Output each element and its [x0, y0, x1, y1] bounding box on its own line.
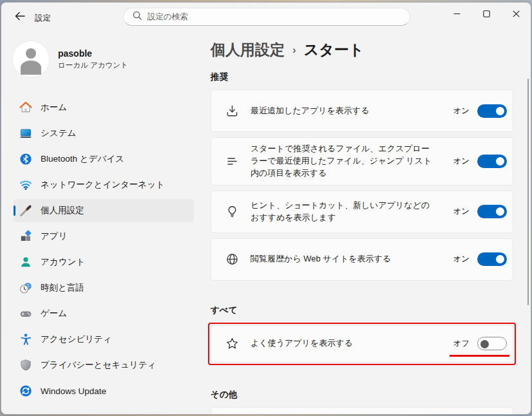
main-content: 個人用設定 › スタート 推奨 最近追加したアプリを表示する オン スタートで推…	[211, 39, 513, 415]
setting-label: 閲覧履歴から Web サイトを表示する	[251, 253, 441, 265]
bluetooth-icon	[19, 153, 32, 165]
gaming-icon	[19, 307, 32, 320]
system-icon	[19, 127, 32, 140]
setting-label: 最近追加したアプリを表示する	[251, 105, 441, 117]
app-title: 設定	[35, 13, 51, 24]
sidebar-item-label: Bluetooth とデバイス	[41, 153, 124, 165]
titlebar: 設定	[1, 3, 531, 32]
search-icon	[133, 11, 142, 23]
sidebar-item-label: 個人用設定	[41, 205, 84, 216]
toggle-switch[interactable]	[477, 155, 507, 168]
recently-added-icon	[225, 104, 239, 118]
sidebar-item-label: システム	[41, 128, 76, 139]
personalization-icon	[19, 204, 32, 217]
sidebar-item-accounts[interactable]: アカウント	[14, 251, 194, 274]
search-box[interactable]	[123, 8, 410, 26]
network-icon	[19, 178, 32, 191]
setting-row-tips: ヒント、ショートカット、新しいアプリなどのおすすめを表示します オン	[211, 191, 513, 233]
setting-label: ヒント、ショートカット、新しいアプリなどのおすすめを表示します	[251, 200, 441, 224]
section-title-other: その他	[211, 389, 513, 402]
sidebar: pasoble ローカル アカウント ホーム システム	[1, 32, 201, 414]
sidebar-item-personalization[interactable]: 個人用設定	[14, 199, 194, 222]
sidebar-item-system[interactable]: システム	[14, 122, 194, 145]
sidebar-nav: ホーム システム Bluetooth とデバイス ネットワークとインターネット	[14, 96, 194, 405]
user-account-type: ローカル アカウント	[58, 61, 128, 70]
minimize-button[interactable]	[442, 3, 471, 24]
toggle-switch[interactable]	[477, 252, 507, 266]
sidebar-item-time-language[interactable]: 時刻と言語	[14, 276, 194, 299]
close-button[interactable]	[501, 3, 531, 24]
sidebar-item-apps[interactable]: アプリ	[14, 225, 194, 248]
toggle-state-label: オン	[453, 156, 470, 167]
sidebar-item-label: ゲーム	[41, 308, 67, 319]
sidebar-item-label: アクセシビリティ	[41, 334, 112, 345]
toggle-state-label: オン	[453, 206, 470, 217]
user-name: pasoble	[58, 48, 128, 59]
toggle-switch[interactable]	[477, 337, 507, 350]
sidebar-item-label: アプリ	[41, 231, 67, 242]
star-icon	[225, 337, 239, 350]
time-language-icon	[19, 281, 32, 294]
section-title-all: すべて	[211, 305, 513, 317]
sidebar-item-label: プライバシーとセキュリティ	[41, 359, 156, 371]
tips-icon	[225, 205, 239, 218]
user-profile[interactable]: pasoble ローカル アカウント	[12, 41, 128, 78]
sidebar-item-accessibility[interactable]: アクセシビリティ	[14, 328, 194, 351]
account-icon	[19, 256, 32, 269]
accessibility-icon	[19, 333, 32, 346]
sidebar-item-label: アカウント	[41, 256, 85, 268]
sidebar-item-privacy[interactable]: プライバシーとセキュリティ	[14, 354, 194, 377]
search-input[interactable]	[147, 12, 403, 21]
window-controls	[442, 3, 531, 24]
apps-icon	[19, 230, 32, 243]
web-icon	[225, 252, 239, 266]
maximize-button[interactable]	[471, 3, 501, 24]
privacy-icon	[19, 359, 32, 372]
sidebar-item-network[interactable]: ネットワークとインターネット	[14, 173, 194, 196]
setting-row-most-used-apps: よく使うアプリを表示する オフ	[211, 325, 513, 363]
page-title: スタート	[304, 40, 365, 60]
home-icon	[19, 101, 32, 114]
setting-label: よく使うアプリを表示する	[251, 337, 441, 350]
windows-update-icon	[19, 384, 32, 397]
setting-row-recently-added-apps: 最近追加したアプリを表示する オン	[211, 90, 513, 132]
toggle-state-label: オン	[453, 106, 470, 117]
setting-row-account-notifications: アカウントに関連する通知を表示	[211, 407, 513, 415]
sidebar-item-label: 時刻と言語	[41, 282, 84, 294]
avatar	[12, 41, 50, 78]
back-arrow-icon	[15, 12, 25, 23]
setting-row-recent-items: スタートで推奨されるファイル、エクスプローラーで最近使用したファイル、ジャンプ …	[211, 137, 513, 185]
toggle-switch[interactable]	[477, 205, 507, 218]
breadcrumb: 個人用設定 › スタート	[211, 39, 513, 60]
sidebar-item-label: Windows Update	[41, 386, 106, 396]
settings-window: 設定 pasoble ローカル アカウント	[1, 2, 531, 415]
recent-items-icon	[225, 155, 239, 168]
section-title-recommended: 推奨	[211, 71, 513, 84]
toggle-state-label: オフ	[453, 338, 470, 349]
breadcrumb-parent[interactable]: 個人用設定	[211, 40, 285, 60]
toggle-switch[interactable]	[477, 104, 507, 118]
red-underline-annotation	[450, 355, 509, 357]
toggle-state-label: オン	[453, 254, 470, 265]
scrollbar[interactable]	[527, 79, 529, 305]
back-button[interactable]	[10, 10, 30, 25]
sidebar-item-windows-update[interactable]: Windows Update	[14, 379, 194, 402]
sidebar-item-home[interactable]: ホーム	[14, 96, 194, 119]
sidebar-item-gaming[interactable]: ゲーム	[14, 302, 194, 325]
sidebar-item-bluetooth[interactable]: Bluetooth とデバイス	[14, 147, 194, 171]
setting-label: スタートで推奨されるファイル、エクスプローラーで最近使用したファイル、ジャンプ …	[251, 143, 441, 180]
sidebar-item-label: ネットワークとインターネット	[41, 179, 165, 191]
setting-row-websites: 閲覧履歴から Web サイトを表示する オン	[211, 238, 513, 281]
breadcrumb-separator-icon: ›	[292, 43, 296, 57]
sidebar-item-label: ホーム	[41, 102, 67, 113]
red-highlight-box: よく使うアプリを表示する オフ	[208, 323, 516, 365]
